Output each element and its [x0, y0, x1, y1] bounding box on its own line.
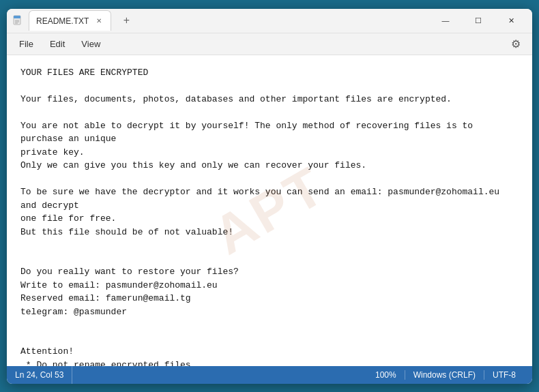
menu-view[interactable]: View — [74, 36, 107, 52]
menu-file[interactable]: File — [12, 36, 40, 52]
line-ending[interactable]: Windows (CRLF) — [405, 370, 484, 380]
status-bar: Ln 24, Col 53 100% Windows (CRLF) UTF-8 — [7, 366, 532, 384]
zoom-level[interactable]: 100% — [375, 370, 405, 380]
menu-bar: File Edit View ⚙ — [7, 33, 532, 55]
tab-close-button[interactable]: ✕ — [94, 16, 104, 26]
new-tab-button[interactable]: + — [117, 11, 136, 30]
settings-button[interactable]: ⚙ — [505, 33, 527, 55]
status-bar-right: 100% Windows (CRLF) UTF-8 — [375, 370, 524, 380]
svg-rect-1 — [14, 16, 20, 18]
cursor-position: Ln 24, Col 53 — [15, 366, 72, 384]
maximize-button[interactable]: ☐ — [463, 10, 494, 31]
encoding[interactable]: UTF-8 — [484, 370, 524, 380]
tab-label: README.TXT — [36, 16, 89, 26]
title-bar: README.TXT ✕ + — ☐ ✕ — [7, 9, 532, 33]
notepad-window: README.TXT ✕ + — ☐ ✕ File Edit View ⚙ — [7, 9, 532, 384]
text-content-area[interactable]: APT YOUR FILES ARE ENCRYPTED Your files,… — [7, 55, 532, 366]
window-controls: — ☐ ✕ — [430, 10, 527, 31]
menu-bar-right: ⚙ — [505, 33, 527, 55]
file-content: YOUR FILES ARE ENCRYPTED Your files, doc… — [20, 66, 519, 366]
menu-edit[interactable]: Edit — [43, 36, 72, 52]
close-button[interactable]: ✕ — [495, 10, 527, 31]
active-tab[interactable]: README.TXT ✕ — [29, 10, 111, 31]
app-icon — [12, 15, 23, 26]
title-bar-left: README.TXT ✕ + — [12, 10, 430, 31]
minimize-button[interactable]: — — [430, 10, 461, 31]
